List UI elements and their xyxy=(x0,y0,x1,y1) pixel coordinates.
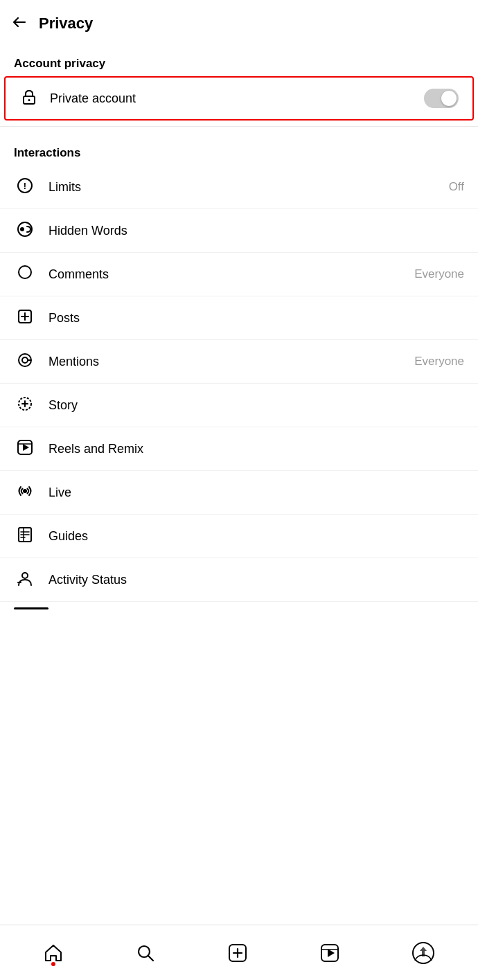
story-icon xyxy=(14,394,36,416)
svg-point-11 xyxy=(22,357,28,363)
mentions-row[interactable]: Mentions Everyone xyxy=(0,340,478,384)
search-icon xyxy=(135,943,156,963)
svg-marker-17 xyxy=(23,444,29,451)
comments-icon xyxy=(14,263,36,285)
nav-search[interactable] xyxy=(127,937,164,969)
hidden-words-row[interactable]: Hidden Words xyxy=(0,209,478,253)
posts-row[interactable]: Posts xyxy=(0,296,478,340)
live-icon xyxy=(14,481,36,504)
posts-label: Posts xyxy=(48,311,464,326)
hidden-words-icon xyxy=(14,220,36,242)
hidden-words-label: Hidden Words xyxy=(48,224,464,238)
comments-row[interactable]: Comments Everyone xyxy=(0,253,478,296)
private-account-row[interactable]: Private account xyxy=(4,76,474,121)
svg-text:!: ! xyxy=(24,181,26,191)
reels-nav-icon xyxy=(319,943,340,963)
interactions-section-label: Interactions xyxy=(0,132,478,166)
home-notification-dot xyxy=(51,962,55,966)
activity-status-row[interactable]: Activity Status xyxy=(0,558,478,602)
mentions-icon xyxy=(14,350,36,373)
svg-point-19 xyxy=(23,489,27,493)
svg-point-5 xyxy=(20,227,24,231)
page-title: Privacy xyxy=(39,15,93,33)
reels-icon xyxy=(14,438,36,460)
nav-reels[interactable] xyxy=(311,937,348,969)
home-icon xyxy=(43,943,64,963)
bottom-spacer xyxy=(0,609,478,672)
svg-marker-34 xyxy=(328,949,335,957)
private-account-toggle[interactable] xyxy=(424,89,459,108)
create-icon xyxy=(227,943,248,963)
live-row[interactable]: Live xyxy=(0,471,478,515)
svg-point-6 xyxy=(19,266,31,278)
guides-label: Guides xyxy=(48,529,464,544)
svg-point-1 xyxy=(28,99,30,101)
activity-status-icon xyxy=(14,569,36,591)
nav-profile[interactable] xyxy=(403,936,443,970)
nav-home[interactable] xyxy=(35,937,72,969)
posts-icon xyxy=(14,307,36,329)
story-label: Story xyxy=(48,398,464,413)
live-label: Live xyxy=(48,485,464,500)
bottom-nav xyxy=(0,925,478,980)
limits-row[interactable]: ! Limits Off xyxy=(0,166,478,209)
comments-label: Comments xyxy=(48,267,414,282)
activity-status-label: Activity Status xyxy=(48,573,464,587)
reels-remix-label: Reels and Remix xyxy=(48,442,464,456)
divider-1 xyxy=(0,126,478,127)
mentions-value: Everyone xyxy=(414,355,464,368)
limits-value: Off xyxy=(449,180,464,194)
limits-label: Limits xyxy=(48,180,449,195)
mentions-label: Mentions xyxy=(48,355,414,369)
guides-icon xyxy=(14,525,36,547)
lock-icon xyxy=(19,87,39,109)
profile-icon xyxy=(411,941,435,965)
comments-value: Everyone xyxy=(414,267,464,281)
guides-row[interactable]: Guides xyxy=(0,515,478,558)
private-account-label: Private account xyxy=(50,91,424,106)
story-row[interactable]: Story xyxy=(0,384,478,427)
back-button[interactable] xyxy=(11,11,33,36)
header: Privacy xyxy=(0,0,478,43)
nav-create[interactable] xyxy=(219,937,256,969)
toggle-knob xyxy=(441,91,457,106)
account-privacy-section-label: Account privacy xyxy=(0,43,478,76)
limits-icon: ! xyxy=(14,176,36,198)
reels-remix-row[interactable]: Reels and Remix xyxy=(0,427,478,471)
svg-point-26 xyxy=(22,573,28,578)
svg-line-29 xyxy=(148,956,153,961)
